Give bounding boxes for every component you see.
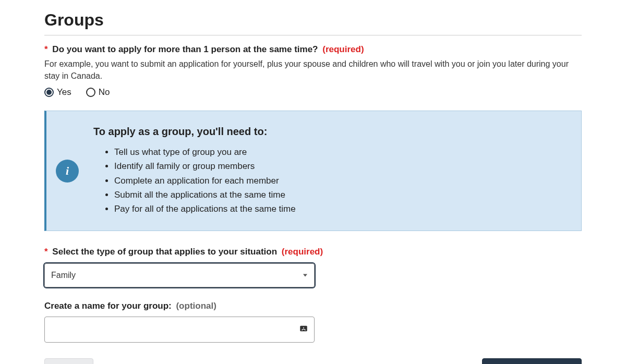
group-name-label-text: Create a name for your group: (44, 301, 172, 311)
radio-no-label: No (99, 87, 110, 98)
info-panel-heading: To apply as a group, you'll need to: (93, 126, 569, 138)
radio-circle-icon (86, 88, 95, 97)
group-type-label: * Select the type of group that applies … (44, 246, 582, 258)
nav-row: ← Back Save and continue → (44, 358, 582, 364)
group-name-input-wrap (44, 317, 315, 343)
list-item: Complete an application for each member (114, 174, 569, 188)
list-item: Submit all the applications at the same … (114, 188, 569, 202)
group-name-label: Create a name for your group: (optional) (44, 300, 582, 312)
required-indicator: (required) (282, 247, 323, 257)
group-type-select[interactable]: Family (44, 263, 315, 287)
radio-yes-label: Yes (57, 87, 71, 98)
group-type-selected-value: Family (51, 271, 76, 280)
field-apply-multiple: * Do you want to apply for more than 1 p… (44, 43, 582, 98)
page-title: Groups (44, 10, 582, 35)
apply-multiple-help: For example, you want to submit an appli… (44, 58, 582, 82)
field-group-type: * Select the type of group that applies … (44, 246, 582, 287)
optional-indicator: (optional) (176, 301, 216, 311)
info-panel: i To apply as a group, you'll need to: T… (44, 111, 582, 231)
radio-yes[interactable]: Yes (44, 87, 71, 98)
info-panel-list: Tell us what type of group you are Ident… (93, 145, 569, 216)
apply-multiple-label: * Do you want to apply for more than 1 p… (44, 43, 582, 56)
group-name-input[interactable] (44, 317, 315, 343)
apply-multiple-label-text: Do you want to apply for more than 1 per… (52, 44, 318, 54)
required-indicator: (required) (322, 44, 364, 54)
apply-multiple-radiogroup: Yes No (44, 87, 582, 98)
radio-no[interactable]: No (86, 87, 110, 98)
list-item: Identify all family or group members (114, 159, 569, 173)
page-container: Groups * Do you want to apply for more t… (39, 10, 587, 364)
save-continue-button[interactable]: Save and continue → (482, 358, 582, 364)
required-asterisk-icon: * (44, 44, 48, 54)
list-item: Tell us what type of group you are (114, 145, 569, 159)
list-item: Pay for all of the applications at the s… (114, 202, 569, 216)
group-type-label-text: Select the type of group that applies to… (52, 247, 277, 257)
back-button[interactable]: ← Back (44, 358, 93, 364)
info-icon: i (56, 160, 79, 183)
field-group-name: Create a name for your group: (optional) (44, 300, 582, 343)
info-panel-body: To apply as a group, you'll need to: Tel… (93, 126, 569, 216)
group-type-select-wrap: Family (44, 263, 315, 287)
required-asterisk-icon: * (44, 247, 48, 257)
radio-circle-icon (44, 88, 54, 97)
